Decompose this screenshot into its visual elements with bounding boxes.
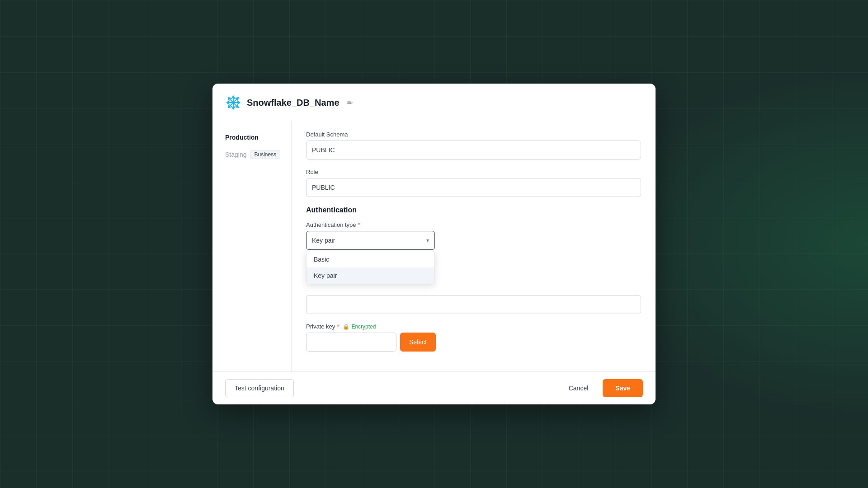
auth-type-dropdown[interactable]: Key pair ▾: [306, 231, 435, 250]
sidebar-item-staging[interactable]: Staging Business: [216, 145, 288, 164]
auth-type-selected: Key pair: [312, 237, 335, 244]
auth-option-basic[interactable]: Basic: [307, 251, 434, 267]
private-key-group: Private key * 🔒 Encrypted Select: [306, 323, 641, 352]
private-key-label: Private key * 🔒 Encrypted: [306, 323, 641, 330]
save-button[interactable]: Save: [603, 379, 643, 397]
auth-type-group: Authentication type * Key pair ▾ Basic: [306, 221, 641, 250]
chevron-down-icon: ▾: [426, 237, 429, 244]
auth-type-dropdown-wrapper: Key pair ▾ Basic Key pair: [306, 231, 435, 250]
private-key-required: *: [337, 323, 339, 330]
role-input[interactable]: [306, 178, 641, 197]
lock-icon: 🔒: [343, 324, 349, 330]
modal-footer: Test configuration Cancel Save: [212, 371, 656, 404]
default-schema-input[interactable]: [306, 141, 641, 160]
edit-icon[interactable]: ✏: [347, 99, 353, 107]
modal-body: Production Staging Business Default Sche…: [212, 120, 656, 371]
private-key-row: Select: [306, 333, 641, 352]
svg-point-0: [232, 101, 234, 103]
cancel-button[interactable]: Cancel: [560, 379, 598, 397]
form-content: Default Schema Role Authentication Authe…: [292, 120, 656, 371]
username-input[interactable]: [306, 295, 641, 314]
private-key-input[interactable]: [306, 333, 396, 352]
role-label: Role: [306, 169, 641, 175]
auth-type-menu: Basic Key pair: [306, 251, 435, 284]
select-button[interactable]: Select: [400, 333, 436, 352]
encrypted-badge: 🔒 Encrypted: [343, 324, 376, 330]
sidebar-item-production[interactable]: Production: [216, 129, 288, 145]
sidebar: Production Staging Business: [212, 120, 292, 371]
auth-type-label: Authentication type *: [306, 221, 641, 228]
snowflake-icon: [225, 94, 241, 111]
test-configuration-button[interactable]: Test configuration: [225, 379, 294, 397]
default-schema-group: Default Schema: [306, 131, 641, 160]
username-group: [306, 295, 641, 314]
role-group: Role: [306, 169, 641, 197]
footer-right-buttons: Cancel Save: [560, 379, 643, 397]
authentication-section-title: Authentication: [306, 206, 641, 214]
modal-container: Snowflake_DB_Name ✏ Production Staging B…: [212, 84, 656, 404]
auth-type-required: *: [358, 221, 360, 228]
auth-option-keypair[interactable]: Key pair: [307, 267, 434, 284]
modal-title: Snowflake_DB_Name: [247, 98, 340, 108]
default-schema-label: Default Schema: [306, 131, 641, 138]
modal-header: Snowflake_DB_Name ✏: [212, 84, 656, 120]
business-badge: Business: [250, 150, 280, 159]
